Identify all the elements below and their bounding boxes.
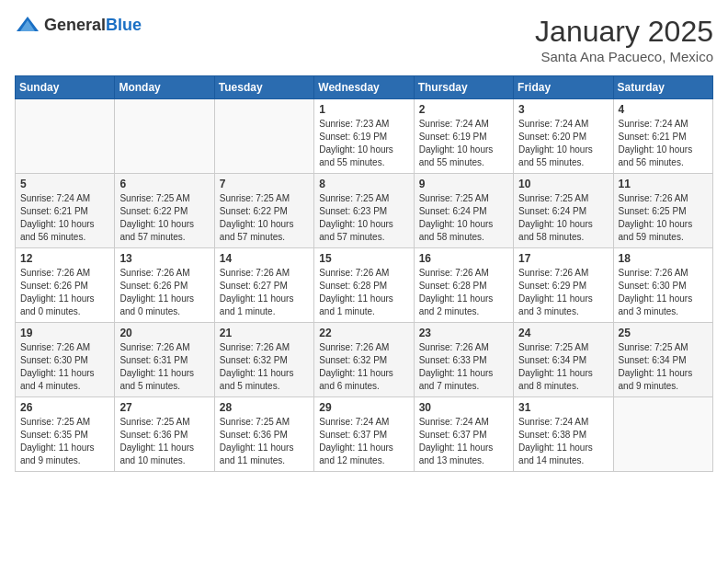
day-info: Sunrise: 7:26 AM Sunset: 6:30 PM Dayligh… — [619, 267, 708, 318]
calendar-cell: 7Sunrise: 7:25 AM Sunset: 6:22 PM Daylig… — [214, 174, 313, 248]
day-info: Sunrise: 7:24 AM Sunset: 6:21 PM Dayligh… — [619, 118, 708, 169]
calendar-cell: 6Sunrise: 7:25 AM Sunset: 6:22 PM Daylig… — [115, 174, 214, 248]
week-row-2: 5Sunrise: 7:24 AM Sunset: 6:21 PM Daylig… — [16, 174, 713, 248]
day-number: 5 — [20, 178, 109, 190]
day-info: Sunrise: 7:26 AM Sunset: 6:28 PM Dayligh… — [419, 267, 508, 318]
day-info: Sunrise: 7:23 AM Sunset: 6:19 PM Dayligh… — [319, 118, 408, 169]
logo: GeneralBlue — [15, 15, 142, 35]
day-number: 30 — [419, 401, 508, 414]
day-number: 31 — [518, 401, 608, 414]
logo-blue-text: Blue — [106, 16, 142, 34]
day-number: 8 — [319, 178, 408, 190]
weekday-header-tuesday: Tuesday — [214, 76, 313, 99]
calendar-cell: 23Sunrise: 7:26 AM Sunset: 6:33 PM Dayli… — [414, 323, 513, 397]
calendar-cell: 25Sunrise: 7:25 AM Sunset: 6:34 PM Dayli… — [613, 323, 712, 397]
week-row-5: 26Sunrise: 7:25 AM Sunset: 6:35 PM Dayli… — [16, 397, 713, 472]
day-info: Sunrise: 7:25 AM Sunset: 6:35 PM Dayligh… — [20, 416, 109, 467]
calendar-cell — [16, 99, 115, 174]
day-number: 6 — [119, 178, 209, 190]
day-number: 24 — [518, 327, 608, 339]
logo-icon — [15, 15, 40, 35]
day-number: 17 — [518, 252, 608, 265]
week-row-4: 19Sunrise: 7:26 AM Sunset: 6:30 PM Dayli… — [16, 323, 713, 397]
title-block: January 2025 Santa Ana Pacueco, Mexico — [535, 15, 713, 64]
day-number: 3 — [518, 103, 608, 116]
day-number: 7 — [220, 178, 309, 190]
calendar-cell: 31Sunrise: 7:24 AM Sunset: 6:38 PM Dayli… — [514, 397, 613, 472]
day-info: Sunrise: 7:25 AM Sunset: 6:24 PM Dayligh… — [518, 192, 608, 244]
day-info: Sunrise: 7:25 AM Sunset: 6:23 PM Dayligh… — [319, 192, 408, 244]
calendar-cell: 8Sunrise: 7:25 AM Sunset: 6:23 PM Daylig… — [314, 174, 414, 248]
day-number: 25 — [619, 327, 708, 339]
calendar-cell: 29Sunrise: 7:24 AM Sunset: 6:37 PM Dayli… — [314, 397, 414, 472]
day-number: 1 — [319, 103, 408, 116]
day-info: Sunrise: 7:26 AM Sunset: 6:29 PM Dayligh… — [518, 267, 608, 318]
calendar-cell — [115, 99, 214, 174]
day-number: 22 — [319, 327, 408, 339]
day-number: 29 — [319, 401, 408, 414]
day-number: 28 — [220, 401, 309, 414]
day-info: Sunrise: 7:26 AM Sunset: 6:30 PM Dayligh… — [20, 341, 109, 393]
calendar-cell: 14Sunrise: 7:26 AM Sunset: 6:27 PM Dayli… — [214, 248, 313, 323]
day-info: Sunrise: 7:24 AM Sunset: 6:20 PM Dayligh… — [518, 118, 608, 169]
calendar-cell: 24Sunrise: 7:25 AM Sunset: 6:34 PM Dayli… — [514, 323, 613, 397]
location-title: Santa Ana Pacueco, Mexico — [535, 49, 713, 64]
day-info: Sunrise: 7:25 AM Sunset: 6:36 PM Dayligh… — [220, 416, 309, 467]
day-info: Sunrise: 7:26 AM Sunset: 6:32 PM Dayligh… — [220, 341, 309, 393]
day-number: 2 — [419, 103, 508, 116]
day-info: Sunrise: 7:24 AM Sunset: 6:21 PM Dayligh… — [20, 192, 109, 244]
weekday-header-saturday: Saturday — [613, 76, 712, 99]
day-info: Sunrise: 7:26 AM Sunset: 6:26 PM Dayligh… — [119, 267, 209, 318]
day-info: Sunrise: 7:26 AM Sunset: 6:28 PM Dayligh… — [319, 267, 408, 318]
day-info: Sunrise: 7:25 AM Sunset: 6:34 PM Dayligh… — [518, 341, 608, 393]
day-info: Sunrise: 7:26 AM Sunset: 6:32 PM Dayligh… — [319, 341, 408, 393]
weekday-header-wednesday: Wednesday — [314, 76, 414, 99]
day-number: 19 — [20, 327, 109, 339]
month-title: January 2025 — [535, 15, 713, 49]
calendar-cell: 10Sunrise: 7:25 AM Sunset: 6:24 PM Dayli… — [514, 174, 613, 248]
page-header: GeneralBlue January 2025 Santa Ana Pacue… — [15, 15, 713, 64]
day-info: Sunrise: 7:26 AM Sunset: 6:25 PM Dayligh… — [619, 192, 708, 244]
day-number: 23 — [419, 327, 508, 339]
weekday-header-sunday: Sunday — [16, 76, 115, 99]
day-number: 27 — [119, 401, 209, 414]
calendar-cell: 12Sunrise: 7:26 AM Sunset: 6:26 PM Dayli… — [16, 248, 115, 323]
day-number: 14 — [220, 252, 309, 265]
calendar-cell: 19Sunrise: 7:26 AM Sunset: 6:30 PM Dayli… — [16, 323, 115, 397]
calendar-cell: 16Sunrise: 7:26 AM Sunset: 6:28 PM Dayli… — [414, 248, 513, 323]
calendar-cell: 11Sunrise: 7:26 AM Sunset: 6:25 PM Dayli… — [613, 174, 712, 248]
weekday-header-friday: Friday — [514, 76, 613, 99]
calendar-cell: 3Sunrise: 7:24 AM Sunset: 6:20 PM Daylig… — [514, 99, 613, 174]
day-number: 15 — [319, 252, 408, 265]
day-number: 20 — [119, 327, 209, 339]
day-info: Sunrise: 7:26 AM Sunset: 6:27 PM Dayligh… — [220, 267, 309, 318]
calendar-cell: 4Sunrise: 7:24 AM Sunset: 6:21 PM Daylig… — [613, 99, 712, 174]
day-info: Sunrise: 7:26 AM Sunset: 6:31 PM Dayligh… — [119, 341, 209, 393]
calendar-cell: 1Sunrise: 7:23 AM Sunset: 6:19 PM Daylig… — [314, 99, 414, 174]
day-number: 21 — [220, 327, 309, 339]
calendar-cell: 28Sunrise: 7:25 AM Sunset: 6:36 PM Dayli… — [214, 397, 313, 472]
day-info: Sunrise: 7:25 AM Sunset: 6:24 PM Dayligh… — [419, 192, 508, 244]
calendar-cell: 15Sunrise: 7:26 AM Sunset: 6:28 PM Dayli… — [314, 248, 414, 323]
day-info: Sunrise: 7:25 AM Sunset: 6:22 PM Dayligh… — [220, 192, 309, 244]
day-info: Sunrise: 7:24 AM Sunset: 6:37 PM Dayligh… — [319, 416, 408, 467]
calendar-cell: 26Sunrise: 7:25 AM Sunset: 6:35 PM Dayli… — [16, 397, 115, 472]
day-info: Sunrise: 7:25 AM Sunset: 6:22 PM Dayligh… — [119, 192, 209, 244]
calendar-cell: 27Sunrise: 7:25 AM Sunset: 6:36 PM Dayli… — [115, 397, 214, 472]
calendar-cell: 20Sunrise: 7:26 AM Sunset: 6:31 PM Dayli… — [115, 323, 214, 397]
calendar-table: SundayMondayTuesdayWednesdayThursdayFrid… — [15, 75, 713, 472]
calendar-cell: 18Sunrise: 7:26 AM Sunset: 6:30 PM Dayli… — [613, 248, 712, 323]
day-number: 26 — [20, 401, 109, 414]
week-row-1: 1Sunrise: 7:23 AM Sunset: 6:19 PM Daylig… — [16, 99, 713, 174]
calendar-cell: 22Sunrise: 7:26 AM Sunset: 6:32 PM Dayli… — [314, 323, 414, 397]
day-info: Sunrise: 7:24 AM Sunset: 6:38 PM Dayligh… — [518, 416, 608, 467]
day-info: Sunrise: 7:26 AM Sunset: 6:26 PM Dayligh… — [20, 267, 109, 318]
day-number: 18 — [619, 252, 708, 265]
day-info: Sunrise: 7:25 AM Sunset: 6:34 PM Dayligh… — [619, 341, 708, 393]
day-number: 9 — [419, 178, 508, 190]
day-number: 11 — [619, 178, 708, 190]
logo-general-text: General — [44, 16, 106, 34]
weekday-header-row: SundayMondayTuesdayWednesdayThursdayFrid… — [16, 76, 713, 99]
day-info: Sunrise: 7:24 AM Sunset: 6:37 PM Dayligh… — [419, 416, 508, 467]
calendar-cell: 30Sunrise: 7:24 AM Sunset: 6:37 PM Dayli… — [414, 397, 513, 472]
